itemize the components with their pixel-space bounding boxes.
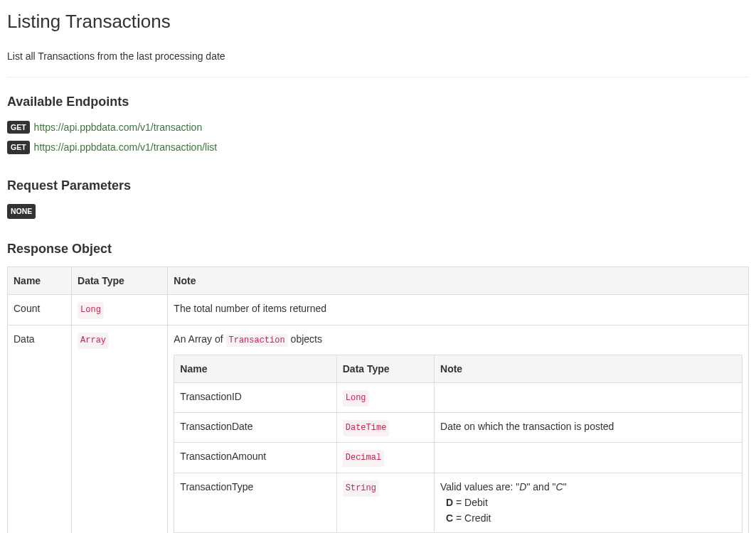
note-text: " and " [526, 481, 555, 492]
field-name: TransactionDate [174, 413, 336, 443]
inline-code: Transaction [226, 334, 288, 347]
value-bold: D [446, 497, 453, 508]
col-name: Name [8, 266, 72, 294]
field-type: String [336, 473, 434, 532]
note-text: objects [288, 333, 322, 345]
table-row: Data Array An Array of Transaction objec… [8, 325, 749, 533]
table-row: TransactionID Long [174, 383, 742, 413]
request-section: Request Parameters NONE [7, 176, 749, 220]
endpoint-row: GET https://api.ppbdata.com/v1/transacti… [7, 139, 749, 155]
note-text: An Array of [174, 333, 225, 345]
endpoint-link[interactable]: https://api.ppbdata.com/v1/transaction [34, 119, 203, 135]
datatype-code: Long [343, 390, 369, 407]
request-heading: Request Parameters [7, 176, 749, 196]
field-name: Data [8, 325, 72, 533]
field-type: DateTime [336, 413, 434, 443]
nested-table: Name Data Type Note TransactionID Long [174, 355, 742, 533]
datatype-code: Decimal [343, 450, 384, 466]
response-heading: Response Object [7, 239, 749, 259]
endpoint-row: GET https://api.ppbdata.com/v1/transacti… [7, 119, 749, 135]
response-section: Response Object Name Data Type Note Coun… [7, 239, 749, 533]
value-code: C [556, 481, 563, 492]
field-type: Array [72, 325, 168, 533]
table-row: TransactionType String Valid values are:… [174, 473, 742, 532]
field-type: Long [72, 295, 168, 325]
col-note: Note [435, 355, 742, 382]
field-name: TransactionID [174, 383, 336, 413]
value-legend: D = Debit C = Credit [440, 495, 736, 527]
datatype-code: DateTime [343, 420, 390, 436]
field-note: Date on which the transaction is posted [435, 413, 742, 443]
field-note: The total number of items returned [168, 295, 749, 325]
table-header-row: Name Data Type Note [174, 355, 742, 382]
value-label: = Credit [453, 512, 491, 524]
datatype-code: Array [78, 333, 109, 349]
col-name: Name [174, 355, 336, 382]
table-row: Count Long The total number of items ret… [8, 295, 749, 325]
note-text: " [563, 481, 567, 492]
field-note: An Array of Transaction objects Name Dat… [168, 325, 749, 533]
value-code: D [519, 481, 526, 492]
divider [7, 77, 749, 77]
endpoints-section: Available Endpoints GET https://api.ppbd… [7, 92, 749, 156]
col-datatype: Data Type [336, 355, 434, 382]
response-table: Name Data Type Note Count Long The total… [7, 266, 749, 533]
field-name: Count [8, 295, 72, 325]
field-type: Long [336, 383, 434, 413]
page-subtitle: List all Transactions from the last proc… [7, 48, 749, 64]
col-note: Note [168, 266, 749, 294]
page-title: Listing Transactions [7, 7, 749, 37]
endpoints-heading: Available Endpoints [7, 92, 749, 112]
http-method-badge: GET [7, 141, 30, 154]
table-row: TransactionDate DateTime Date on which t… [174, 413, 742, 443]
field-note [435, 443, 742, 473]
value-label: = Debit [453, 497, 488, 508]
datatype-code: String [343, 480, 379, 497]
field-name: TransactionType [174, 473, 336, 532]
value-bold: C [446, 512, 453, 524]
field-note: Valid values are: "D" and "C" D = Debit … [435, 473, 742, 532]
field-type: Decimal [336, 443, 434, 473]
field-name: TransactionAmount [174, 443, 336, 473]
table-header-row: Name Data Type Note [8, 266, 749, 294]
none-badge: NONE [7, 204, 36, 219]
field-note [435, 383, 742, 413]
datatype-code: Long [78, 302, 104, 318]
http-method-badge: GET [7, 121, 30, 134]
note-text: Valid values are: " [440, 481, 519, 492]
col-datatype: Data Type [72, 266, 168, 294]
endpoint-link[interactable]: https://api.ppbdata.com/v1/transaction/l… [34, 139, 218, 155]
table-row: TransactionAmount Decimal [174, 443, 742, 473]
